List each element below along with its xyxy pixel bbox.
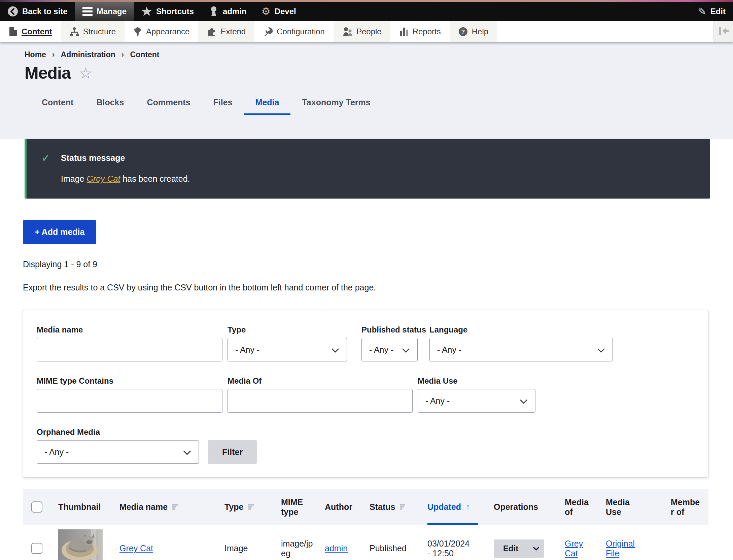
media-type: Image [224, 544, 281, 553]
media-of-input[interactable] [228, 389, 413, 413]
toolbar-item-content[interactable]: Content [0, 21, 61, 42]
media-name-label: Media name [37, 325, 222, 335]
header-mime-type: MIME type [281, 497, 325, 517]
tab-files[interactable]: Files [202, 93, 244, 115]
toolbar-item-configuration[interactable]: Configuration [254, 21, 334, 42]
breadcrumb-home[interactable]: Home [25, 50, 46, 59]
status-grey-cat-link[interactable]: Grey Cat [86, 174, 120, 183]
status-message-title: Status message [61, 153, 125, 163]
breadcrumb: Home › Administration › Content [0, 42, 733, 59]
bar-chart-icon [399, 27, 409, 36]
orphaned-media-select[interactable]: - Any - [37, 440, 199, 464]
header-status[interactable]: Status [370, 502, 395, 512]
result-count: Displaying 1 - 9 of 9 [23, 259, 710, 269]
chevron-down-icon [402, 345, 410, 355]
filter-submit-button[interactable]: Filter [208, 440, 257, 464]
select-all-checkbox[interactable] [31, 501, 42, 513]
favorite-star-icon[interactable]: ☆ [79, 64, 93, 82]
active-sort-underline [427, 523, 478, 525]
shortcuts-button[interactable]: Shortcuts [134, 2, 201, 21]
media-table: Thumbnail Media name Type MIME type Auth… [23, 489, 708, 560]
operations-dropdown-toggle[interactable] [528, 539, 544, 558]
chevron-down-icon [183, 447, 191, 457]
edit-mode-button[interactable]: ✎ Edit [691, 2, 733, 21]
admin-content-tabs: Content Blocks Comments Files Media Taxo… [0, 93, 733, 115]
back-to-site-button[interactable]: Back to site [0, 2, 75, 21]
back-arrow-icon [7, 6, 18, 17]
puzzle-icon [207, 27, 216, 36]
header-thumbnail: Thumbnail [58, 502, 119, 512]
breadcrumb-content[interactable]: Content [130, 50, 160, 59]
status-text-suffix: has been created. [120, 174, 190, 183]
tab-blocks[interactable]: Blocks [85, 93, 135, 115]
toolbar-orientation-toggle[interactable] [713, 21, 733, 42]
header-media-of: Media of [565, 497, 606, 517]
media-use-label: Media Use [418, 376, 535, 386]
toolbar-help-label: Help [472, 27, 488, 36]
mime-type-contains-input[interactable] [37, 389, 222, 413]
breadcrumb-separator-icon: › [52, 50, 55, 59]
devel-button[interactable]: ⚙ Devel [254, 2, 304, 21]
admin-toolbar: Back to site Manage Shortcuts admin ⚙ De… [0, 2, 733, 21]
tab-content[interactable]: Content [30, 93, 85, 115]
checkmark-icon: ✓ [41, 152, 51, 164]
grey-cat-thumbnail[interactable] [58, 529, 103, 560]
toolbar-content-label: Content [22, 27, 52, 36]
help-icon: ? [458, 27, 468, 36]
sort-icon[interactable] [172, 504, 178, 510]
media-use-link[interactable]: Original File [606, 539, 635, 558]
chevron-down-icon [520, 396, 528, 406]
star-icon [141, 6, 152, 17]
manage-label: Manage [97, 7, 127, 16]
media-use-select[interactable]: - Any - [418, 389, 535, 413]
media-of-link[interactable]: Grey Cat [565, 539, 583, 558]
back-to-site-label: Back to site [22, 7, 68, 16]
toolbar-item-help[interactable]: ? Help [450, 21, 497, 42]
language-label: Language [429, 325, 613, 335]
shortcuts-label: Shortcuts [156, 7, 194, 16]
sitemap-icon [70, 27, 79, 36]
toolbar-item-extend[interactable]: Extend [198, 21, 254, 42]
header-media-name[interactable]: Media name [119, 502, 168, 512]
edit-button-label[interactable]: Edit [494, 539, 528, 558]
tab-taxonomy-terms[interactable]: Taxonomy Terms [290, 93, 382, 115]
type-select[interactable]: - Any - [228, 338, 347, 361]
published-status-label: Published status [361, 325, 418, 335]
media-updated: 03/01/2024 - 12:50 [427, 539, 494, 558]
hamburger-icon [82, 6, 93, 17]
filter-panel: Media name Type - Any - Published status… [23, 310, 708, 478]
toolbar-item-reports[interactable]: Reports [390, 21, 450, 42]
header-type[interactable]: Type [224, 502, 244, 512]
orphaned-media-label: Orphaned Media [37, 427, 199, 437]
wrench-icon [263, 27, 273, 36]
manage-menu-button[interactable]: Manage [75, 2, 134, 21]
header-operations: Operations [494, 502, 565, 512]
header-updated-sort-active[interactable]: Updated ↑ [427, 489, 494, 525]
tab-media[interactable]: Media [244, 93, 291, 115]
toolbar-item-structure[interactable]: Structure [61, 21, 125, 42]
sort-icon[interactable] [400, 504, 406, 510]
toolbar-appearance-label: Appearance [146, 27, 189, 36]
admin-user-button[interactable]: admin [201, 2, 254, 21]
tab-comments[interactable]: Comments [135, 93, 202, 115]
header-media-use: Media Use [606, 497, 671, 517]
media-name-input[interactable] [37, 338, 222, 361]
published-status-select[interactable]: - Any - [361, 338, 418, 361]
status-text-prefix: Image [61, 174, 86, 183]
row-checkbox[interactable] [31, 543, 42, 554]
chevron-down-icon [331, 345, 339, 355]
toolbar-item-people[interactable]: People [334, 21, 390, 42]
language-select[interactable]: - Any - [429, 338, 613, 361]
edit-mode-label: Edit [710, 7, 726, 16]
status-message: ✓ Status message Image Grey Cat has been… [25, 139, 710, 199]
media-name-link[interactable]: Grey Cat [119, 544, 153, 553]
add-media-button[interactable]: + Add media [23, 220, 96, 244]
breadcrumb-administration[interactable]: Administration [61, 50, 115, 59]
type-label: Type [228, 325, 347, 335]
toolbar-people-label: People [356, 27, 382, 36]
sort-icon[interactable] [248, 504, 254, 510]
author-link[interactable]: admin [325, 544, 348, 553]
edit-operations-button[interactable]: Edit [494, 539, 544, 558]
page-title: Media [25, 63, 71, 83]
toolbar-item-appearance[interactable]: Appearance [125, 21, 198, 42]
